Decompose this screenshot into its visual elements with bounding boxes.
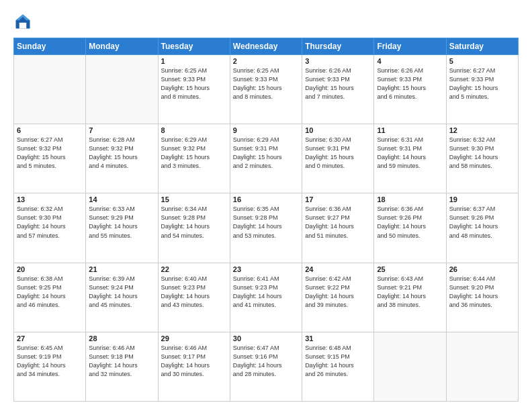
calendar-cell: 16Sunrise: 6:35 AM Sunset: 9:28 PM Dayli… <box>230 193 302 263</box>
weekday-header-saturday: Saturday <box>446 38 518 55</box>
day-number: 11 <box>377 126 443 134</box>
day-info: Sunrise: 6:35 AM Sunset: 9:28 PM Dayligh… <box>233 205 299 240</box>
day-number: 21 <box>89 265 154 273</box>
calendar-cell: 19Sunrise: 6:37 AM Sunset: 9:26 PM Dayli… <box>446 193 518 263</box>
calendar-cell: 17Sunrise: 6:36 AM Sunset: 9:27 PM Dayli… <box>302 193 374 263</box>
day-number: 6 <box>17 126 83 134</box>
day-info: Sunrise: 6:25 AM Sunset: 9:33 PM Dayligh… <box>161 66 227 101</box>
day-number: 17 <box>305 195 371 203</box>
day-info: Sunrise: 6:32 AM Sunset: 9:30 PM Dayligh… <box>17 205 83 240</box>
calendar-cell: 30Sunrise: 6:47 AM Sunset: 9:16 PM Dayli… <box>230 332 302 401</box>
day-info: Sunrise: 6:44 AM Sunset: 9:20 PM Dayligh… <box>449 275 515 310</box>
calendar-cell: 7Sunrise: 6:28 AM Sunset: 9:32 PM Daylig… <box>86 124 158 193</box>
calendar-cell: 25Sunrise: 6:43 AM Sunset: 9:21 PM Dayli… <box>374 263 446 332</box>
day-number: 16 <box>233 195 299 203</box>
day-info: Sunrise: 6:41 AM Sunset: 9:23 PM Dayligh… <box>233 275 299 310</box>
day-number: 3 <box>305 57 371 65</box>
day-info: Sunrise: 6:28 AM Sunset: 9:32 PM Dayligh… <box>89 136 154 171</box>
weekday-header-row: SundayMondayTuesdayWednesdayThursdayFrid… <box>14 38 519 55</box>
calendar-cell: 8Sunrise: 6:29 AM Sunset: 9:32 PM Daylig… <box>158 124 230 193</box>
day-info: Sunrise: 6:36 AM Sunset: 9:26 PM Dayligh… <box>377 205 443 240</box>
day-info: Sunrise: 6:46 AM Sunset: 9:18 PM Dayligh… <box>89 344 154 379</box>
day-info: Sunrise: 6:32 AM Sunset: 9:30 PM Dayligh… <box>449 136 515 171</box>
day-number: 8 <box>161 126 227 134</box>
calendar-cell: 18Sunrise: 6:36 AM Sunset: 9:26 PM Dayli… <box>374 193 446 263</box>
day-info: Sunrise: 6:46 AM Sunset: 9:17 PM Dayligh… <box>161 344 227 379</box>
day-number: 25 <box>377 265 443 273</box>
calendar-cell: 10Sunrise: 6:30 AM Sunset: 9:31 PM Dayli… <box>302 124 374 193</box>
calendar-week-2: 6Sunrise: 6:27 AM Sunset: 9:32 PM Daylig… <box>14 124 519 193</box>
day-info: Sunrise: 6:34 AM Sunset: 9:28 PM Dayligh… <box>161 205 227 240</box>
day-info: Sunrise: 6:26 AM Sunset: 9:33 PM Dayligh… <box>377 66 443 101</box>
day-number: 29 <box>161 334 227 342</box>
day-number: 24 <box>305 265 371 273</box>
calendar-cell: 31Sunrise: 6:48 AM Sunset: 9:15 PM Dayli… <box>302 332 374 401</box>
weekday-header-sunday: Sunday <box>14 38 86 55</box>
day-info: Sunrise: 6:31 AM Sunset: 9:31 PM Dayligh… <box>377 136 443 171</box>
weekday-header-monday: Monday <box>86 38 158 55</box>
calendar-table: SundayMondayTuesdayWednesdayThursdayFrid… <box>13 38 519 402</box>
logo <box>13 12 35 31</box>
calendar-cell <box>14 55 86 124</box>
calendar-cell: 29Sunrise: 6:46 AM Sunset: 9:17 PM Dayli… <box>158 332 230 401</box>
calendar-cell: 27Sunrise: 6:45 AM Sunset: 9:19 PM Dayli… <box>14 332 86 401</box>
day-info: Sunrise: 6:37 AM Sunset: 9:26 PM Dayligh… <box>449 205 515 240</box>
day-info: Sunrise: 6:45 AM Sunset: 9:19 PM Dayligh… <box>17 344 83 379</box>
day-number: 10 <box>305 126 371 134</box>
calendar-week-4: 20Sunrise: 6:38 AM Sunset: 9:25 PM Dayli… <box>14 263 519 332</box>
calendar-cell: 11Sunrise: 6:31 AM Sunset: 9:31 PM Dayli… <box>374 124 446 193</box>
day-number: 31 <box>305 334 371 342</box>
day-number: 20 <box>17 265 83 273</box>
calendar-cell: 15Sunrise: 6:34 AM Sunset: 9:28 PM Dayli… <box>158 193 230 263</box>
day-number: 19 <box>449 195 515 203</box>
day-info: Sunrise: 6:30 AM Sunset: 9:31 PM Dayligh… <box>305 136 371 171</box>
day-info: Sunrise: 6:47 AM Sunset: 9:16 PM Dayligh… <box>233 344 299 379</box>
day-number: 2 <box>233 57 299 65</box>
day-info: Sunrise: 6:36 AM Sunset: 9:27 PM Dayligh… <box>305 205 371 240</box>
calendar-cell: 13Sunrise: 6:32 AM Sunset: 9:30 PM Dayli… <box>14 193 86 263</box>
day-info: Sunrise: 6:26 AM Sunset: 9:33 PM Dayligh… <box>305 66 371 101</box>
calendar-cell: 1Sunrise: 6:25 AM Sunset: 9:33 PM Daylig… <box>158 55 230 124</box>
calendar-week-1: 1Sunrise: 6:25 AM Sunset: 9:33 PM Daylig… <box>14 55 519 124</box>
day-info: Sunrise: 6:48 AM Sunset: 9:15 PM Dayligh… <box>305 344 371 379</box>
calendar-cell: 5Sunrise: 6:27 AM Sunset: 9:33 PM Daylig… <box>446 55 518 124</box>
day-number: 13 <box>17 195 83 203</box>
day-number: 12 <box>449 126 515 134</box>
day-info: Sunrise: 6:42 AM Sunset: 9:22 PM Dayligh… <box>305 275 371 310</box>
calendar-cell <box>446 332 518 401</box>
day-number: 27 <box>17 334 83 342</box>
calendar-cell: 3Sunrise: 6:26 AM Sunset: 9:33 PM Daylig… <box>302 55 374 124</box>
calendar-cell: 26Sunrise: 6:44 AM Sunset: 9:20 PM Dayli… <box>446 263 518 332</box>
day-number: 4 <box>377 57 443 65</box>
calendar-cell: 22Sunrise: 6:40 AM Sunset: 9:23 PM Dayli… <box>158 263 230 332</box>
day-number: 28 <box>89 334 154 342</box>
weekday-header-thursday: Thursday <box>302 38 374 55</box>
calendar-cell: 21Sunrise: 6:39 AM Sunset: 9:24 PM Dayli… <box>86 263 158 332</box>
calendar-cell: 28Sunrise: 6:46 AM Sunset: 9:18 PM Dayli… <box>86 332 158 401</box>
day-number: 14 <box>89 195 154 203</box>
svg-rect-2 <box>19 23 27 29</box>
day-info: Sunrise: 6:29 AM Sunset: 9:32 PM Dayligh… <box>161 136 227 171</box>
calendar-cell: 23Sunrise: 6:41 AM Sunset: 9:23 PM Dayli… <box>230 263 302 332</box>
day-info: Sunrise: 6:29 AM Sunset: 9:31 PM Dayligh… <box>233 136 299 171</box>
calendar-cell: 6Sunrise: 6:27 AM Sunset: 9:32 PM Daylig… <box>14 124 86 193</box>
day-number: 18 <box>377 195 443 203</box>
calendar-cell: 12Sunrise: 6:32 AM Sunset: 9:30 PM Dayli… <box>446 124 518 193</box>
day-number: 15 <box>161 195 227 203</box>
day-number: 9 <box>233 126 299 134</box>
day-number: 23 <box>233 265 299 273</box>
day-info: Sunrise: 6:27 AM Sunset: 9:32 PM Dayligh… <box>17 136 83 171</box>
calendar-cell: 20Sunrise: 6:38 AM Sunset: 9:25 PM Dayli… <box>14 263 86 332</box>
day-info: Sunrise: 6:39 AM Sunset: 9:24 PM Dayligh… <box>89 275 154 310</box>
day-number: 7 <box>89 126 154 134</box>
day-info: Sunrise: 6:27 AM Sunset: 9:33 PM Dayligh… <box>449 66 515 101</box>
weekday-header-friday: Friday <box>374 38 446 55</box>
day-number: 1 <box>161 57 227 65</box>
calendar-week-3: 13Sunrise: 6:32 AM Sunset: 9:30 PM Dayli… <box>14 193 519 263</box>
day-info: Sunrise: 6:43 AM Sunset: 9:21 PM Dayligh… <box>377 275 443 310</box>
header <box>13 12 519 31</box>
day-number: 26 <box>449 265 515 273</box>
weekday-header-tuesday: Tuesday <box>158 38 230 55</box>
calendar-cell: 2Sunrise: 6:25 AM Sunset: 9:33 PM Daylig… <box>230 55 302 124</box>
day-number: 30 <box>233 334 299 342</box>
